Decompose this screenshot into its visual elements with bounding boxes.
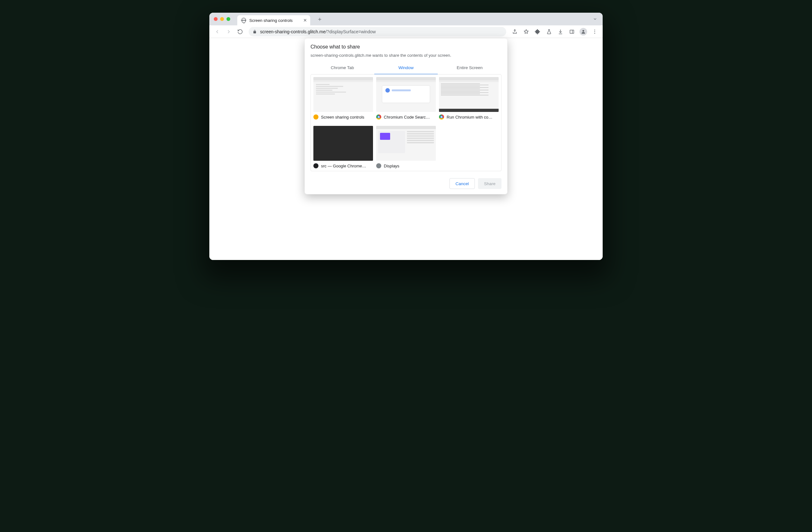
share-page-button[interactable] [510,27,520,36]
thumbnail [376,126,436,161]
back-button[interactable] [213,27,222,36]
thumbnail [314,126,373,161]
dialog-tab-list: Chrome Tab Window Entire Screen [310,62,502,74]
browser-window: Screen sharing controls ✕ ＋ screen-shari… [209,13,603,260]
share-picker-dialog: Choose what to share screen-sharing-cont… [304,38,508,194]
kebab-menu-button[interactable] [590,27,599,36]
dialog-footer: Cancel Share [310,178,502,189]
minimize-window-button[interactable] [220,17,224,21]
chrome-icon [376,115,381,119]
app-icon [314,163,318,168]
thumbnail [439,77,498,112]
url-host: screen-sharing-controls.glitch.me [260,29,325,34]
app-icon [314,115,318,119]
url-text: screen-sharing-controls.glitch.me/?displ… [260,29,376,34]
svg-point-4 [594,33,595,34]
titlebar: Screen sharing controls ✕ ＋ [209,13,603,25]
share-option[interactable]: Chromium Code Searc… [376,77,436,119]
svg-point-3 [594,31,595,32]
profile-button[interactable] [579,27,588,36]
cancel-button[interactable]: Cancel [449,178,475,189]
traffic-lights [214,17,230,21]
share-button[interactable]: Share [478,178,502,189]
toolbar: screen-sharing-controls.glitch.me/?displ… [209,25,603,38]
close-window-button[interactable] [214,17,218,21]
share-option-label: Displays [384,164,399,168]
tab-entire-screen[interactable]: Entire Screen [438,62,502,74]
forward-button[interactable] [224,27,233,36]
share-option[interactable]: Screen sharing controls [314,77,373,119]
page-content: Choose what to share screen-sharing-cont… [209,38,603,260]
side-panel-button[interactable] [567,27,577,36]
tab-window[interactable]: Window [374,62,438,74]
share-option[interactable]: Run Chromium with co… [439,77,498,119]
window-grid: Screen sharing controls Chromium Code Se… [310,74,502,171]
url-path: /?displaySurface=window [325,29,376,34]
new-tab-button[interactable]: ＋ [315,15,324,24]
globe-icon [241,18,246,23]
address-bar[interactable]: screen-sharing-controls.glitch.me/?displ… [249,27,506,36]
svg-point-2 [594,29,595,30]
dialog-subtitle: screen-sharing-controls.glitch.me wants … [310,53,502,58]
labs-button[interactable] [544,27,554,36]
share-option-label: src — Google Chrome… [321,164,366,168]
browser-tab[interactable]: Screen sharing controls ✕ [237,15,310,25]
extensions-button[interactable] [533,27,542,36]
maximize-window-button[interactable] [227,17,230,21]
share-option-label: Run Chromium with co… [447,115,493,119]
lock-icon [252,29,257,34]
chrome-icon [439,115,444,119]
svg-point-1 [582,30,584,31]
share-option-label: Chromium Code Searc… [384,115,430,119]
reload-button[interactable] [235,27,245,36]
svg-rect-0 [570,30,574,33]
share-option[interactable]: src — Google Chrome… [314,126,373,168]
bookmark-button[interactable] [521,27,531,36]
share-option[interactable]: Displays [376,126,436,168]
downloads-button[interactable] [556,27,565,36]
tab-list-button[interactable] [591,15,599,24]
dialog-title: Choose what to share [310,44,502,50]
thumbnail [376,77,436,112]
tab-chrome-tab[interactable]: Chrome Tab [310,62,374,74]
settings-icon [376,163,381,168]
close-tab-button[interactable]: ✕ [303,18,307,23]
share-option-label: Screen sharing controls [321,115,364,119]
tab-title: Screen sharing controls [249,18,300,23]
thumbnail [314,77,373,112]
